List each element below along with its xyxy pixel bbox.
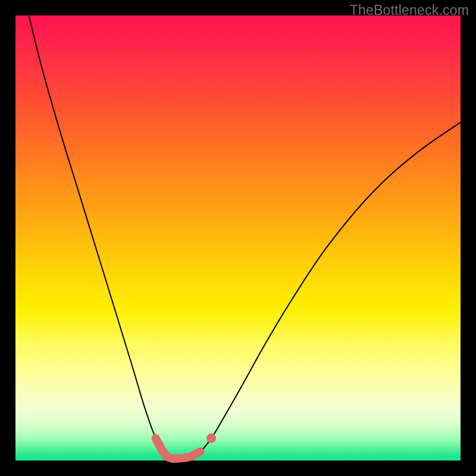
watermark-text: TheBottleneck.com [350, 2, 469, 18]
optimal-range-highlight [156, 439, 201, 459]
chart-plot-area [15, 15, 461, 461]
marker-dot [206, 434, 216, 443]
chart-svg [15, 15, 461, 461]
bottleneck-curve [29, 15, 461, 459]
